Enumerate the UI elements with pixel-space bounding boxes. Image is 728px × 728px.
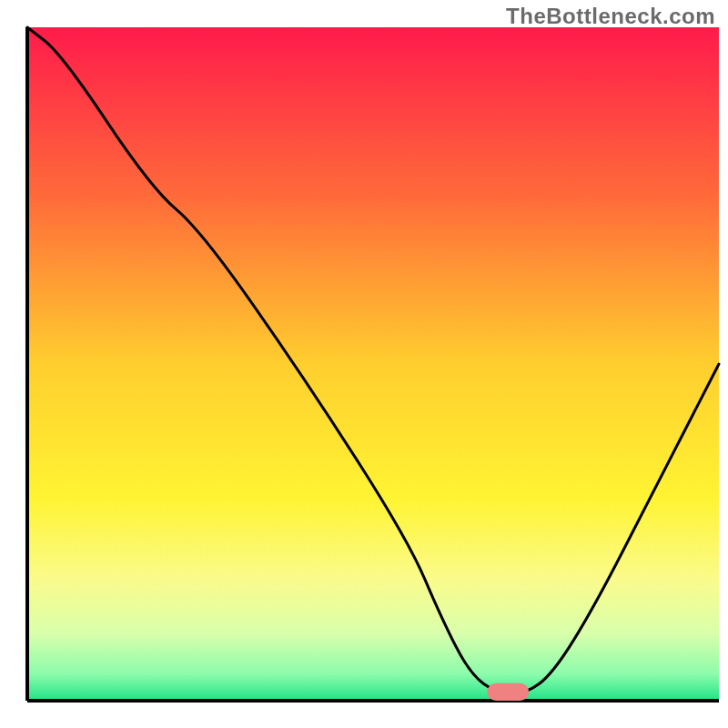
watermark-text: TheBottleneck.com	[506, 4, 715, 29]
plot-svg	[0, 0, 728, 728]
bottleneck-chart: TheBottleneck.com	[0, 0, 728, 728]
optimal-marker	[487, 683, 529, 701]
plot-area	[27, 27, 719, 701]
gradient-background	[27, 27, 719, 701]
